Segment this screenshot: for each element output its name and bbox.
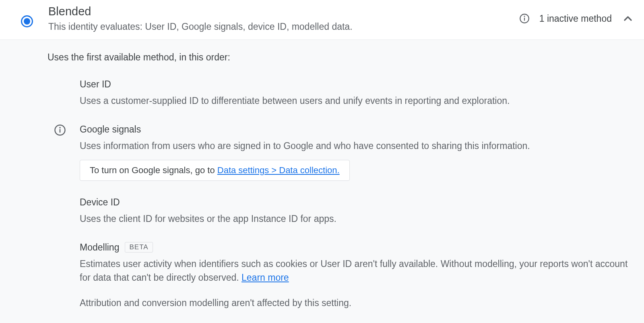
method-list: User ID Uses a customer-supplied ID to d…	[47, 79, 634, 310]
method-title: Google signals	[80, 124, 634, 135]
header-right-group: 1 inactive method	[519, 12, 634, 25]
radio-wrapper	[21, 6, 33, 27]
method-desc: Uses information from users who are sign…	[80, 139, 634, 153]
method-desc: Uses a customer-supplied ID to different…	[80, 94, 634, 108]
method-user-id: User ID Uses a customer-supplied ID to d…	[80, 79, 634, 108]
method-title-row: Modelling BETA	[80, 242, 634, 253]
data-collection-link[interactable]: Data settings > Data collection.	[217, 165, 340, 175]
method-device-id: Device ID Uses the client ID for website…	[80, 197, 634, 226]
modelling-desc-prefix: Estimates user activity when identifiers…	[80, 259, 627, 283]
svg-point-2	[524, 16, 524, 17]
method-modelling: Modelling BETA Estimates user activity w…	[80, 242, 634, 310]
methods-intro: Uses the first available method, in this…	[47, 52, 634, 63]
method-title: Modelling	[80, 242, 119, 253]
header-text-block: Blended This identity evaluates: User ID…	[48, 5, 519, 32]
method-title: User ID	[80, 79, 634, 90]
learn-more-link[interactable]: Learn more	[242, 272, 289, 283]
option-header-row: Blended This identity evaluates: User ID…	[0, 0, 644, 40]
option-title: Blended	[48, 5, 519, 18]
chevron-up-icon[interactable]	[621, 12, 634, 25]
svg-point-5	[60, 127, 60, 128]
radio-dot-icon	[24, 18, 30, 25]
method-desc: Estimates user activity when identifiers…	[80, 257, 634, 285]
beta-badge: BETA	[125, 242, 153, 253]
info-icon[interactable]	[519, 13, 530, 24]
option-body: Uses the first available method, in this…	[0, 40, 644, 323]
method-title: Device ID	[80, 197, 634, 208]
info-icon[interactable]	[54, 124, 66, 136]
method-desc: Uses the client ID for websites or the a…	[80, 212, 634, 226]
method-google-signals: Google signals Uses information from use…	[80, 124, 634, 181]
google-signals-callout: To turn on Google signals, go to Data se…	[80, 160, 350, 181]
blended-radio[interactable]	[21, 15, 33, 27]
option-subtitle: This identity evaluates: User ID, Google…	[48, 21, 519, 32]
modelling-note: Attribution and conversion modelling are…	[80, 296, 634, 310]
inactive-method-text: 1 inactive method	[539, 13, 612, 24]
callout-prefix: To turn on Google signals, go to	[90, 165, 217, 175]
